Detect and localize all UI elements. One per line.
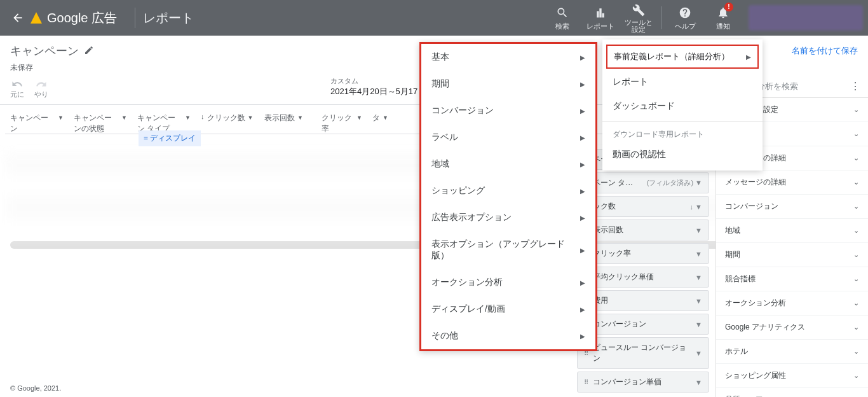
- account-switcher[interactable]: [749, 5, 863, 31]
- column-chip[interactable]: ⠿コンバージョン単価▼: [577, 372, 709, 393]
- dropdown-item[interactable]: ダッシュボード: [602, 94, 763, 118]
- section-title: レポート: [143, 10, 194, 27]
- arrow-left-icon: [11, 11, 24, 24]
- predefined-reports-submenu: 基本▶期間▶コンバージョン▶ラベル▶地域▶ショッピング▶広告表示オプション▶表示…: [419, 42, 597, 351]
- dropdown-item[interactable]: レポート: [602, 70, 763, 94]
- edit-title-button[interactable]: [84, 45, 94, 57]
- tools-tool[interactable]: ツールと 設定: [621, 0, 656, 36]
- category-item[interactable]: Google アナリティクス⌄: [716, 316, 868, 340]
- footer-copyright: © Google, 2021.: [0, 379, 71, 397]
- category-item[interactable]: ホテル⌄: [716, 340, 868, 364]
- submenu-item[interactable]: オークション分析▶: [421, 269, 595, 296]
- category-item[interactable]: 期間⌄: [716, 243, 868, 267]
- undo-button[interactable]: 元に: [10, 78, 24, 99]
- category-item[interactable]: メッセージの詳細⌄: [716, 171, 868, 195]
- category-item[interactable]: 競合指標⌄: [716, 267, 868, 291]
- notifications-tool[interactable]: 通知: [705, 3, 741, 34]
- dropdown-item-predefined[interactable]: 事前定義レポート（詳細分析） ▶: [606, 45, 759, 69]
- reports-dropdown: 事前定義レポート（詳細分析） ▶ レポートダッシュボード ダウンロード専用レポー…: [602, 39, 763, 171]
- wrench-icon: [631, 3, 646, 18]
- divider: [135, 8, 135, 28]
- submenu-item[interactable]: 期間▶: [421, 71, 595, 97]
- submenu-item[interactable]: 表示オプション（アップグレード版）▶: [421, 231, 595, 269]
- help-tool[interactable]: ヘルプ: [667, 3, 703, 34]
- header-tools: 検索 レポート ツールと 設定 ヘルプ 通知: [545, 0, 863, 36]
- submenu-item[interactable]: ディスプレイ/動画▶: [421, 296, 595, 323]
- chart-icon: [593, 5, 608, 20]
- logo-icon: [31, 12, 42, 24]
- submenu-item[interactable]: 基本▶: [421, 44, 595, 71]
- submenu-item[interactable]: 地域▶: [421, 151, 595, 178]
- submenu-item[interactable]: ラベル▶: [421, 124, 595, 151]
- help-icon: [677, 5, 693, 20]
- search-icon: [555, 5, 570, 20]
- column-header[interactable]: ↓ クリック数▼: [196, 109, 259, 127]
- redo-button[interactable]: やり: [34, 78, 48, 99]
- product-name: Google 広告: [47, 10, 117, 27]
- chevron-right-icon: ▶: [746, 53, 751, 60]
- logo: Google 広告: [31, 10, 117, 27]
- submenu-item[interactable]: ショッピング▶: [421, 178, 595, 204]
- column-header[interactable]: クリック率▼: [316, 109, 367, 138]
- filter-chip[interactable]: = ディスプレイ: [139, 130, 201, 146]
- submenu-item[interactable]: その他▶: [421, 323, 595, 349]
- save-as-button[interactable]: 名前を付けて保存: [792, 45, 858, 57]
- more-options-button[interactable]: ⋮: [850, 80, 860, 92]
- category-item[interactable]: 品質スコア⌄: [716, 388, 868, 397]
- submenu-item[interactable]: 広告表示オプション▶: [421, 204, 595, 231]
- undo-icon: [11, 78, 23, 90]
- redo-icon: [36, 78, 47, 90]
- divider: [602, 121, 763, 122]
- search-tool[interactable]: 検索: [545, 3, 580, 34]
- column-header[interactable]: キャンペーン▼: [5, 109, 69, 138]
- dropdown-item[interactable]: 動画の視認性: [602, 143, 763, 167]
- drag-handle-icon: ⠿: [584, 379, 589, 386]
- submenu-item[interactable]: コンバージョン▶: [421, 97, 595, 124]
- column-header[interactable]: 表示回数▼: [259, 109, 316, 127]
- column-header[interactable]: タ▼: [367, 109, 393, 127]
- dropdown-section-label: ダウンロード専用レポート: [602, 124, 763, 143]
- page-title: キャンペーン: [10, 43, 79, 59]
- category-item[interactable]: 地域⌄: [716, 219, 868, 243]
- app-header: Google 広告 レポート 検索 レポート ツールと 設定 ヘルプ 通知: [0, 0, 868, 36]
- back-button[interactable]: [5, 5, 31, 31]
- reports-tool[interactable]: レポート: [583, 3, 618, 34]
- column-header[interactable]: キャンペーンの状態▼: [69, 109, 132, 138]
- date-range-picker[interactable]: カスタム 2021年4月20日～5月17: [330, 76, 417, 97]
- bell-icon: [715, 5, 731, 20]
- category-item[interactable]: ショッピング属性⌄: [716, 364, 868, 388]
- category-item[interactable]: オークション分析⌄: [716, 291, 868, 316]
- divider: [661, 6, 662, 29]
- category-item[interactable]: コンバージョン⌄: [716, 195, 868, 219]
